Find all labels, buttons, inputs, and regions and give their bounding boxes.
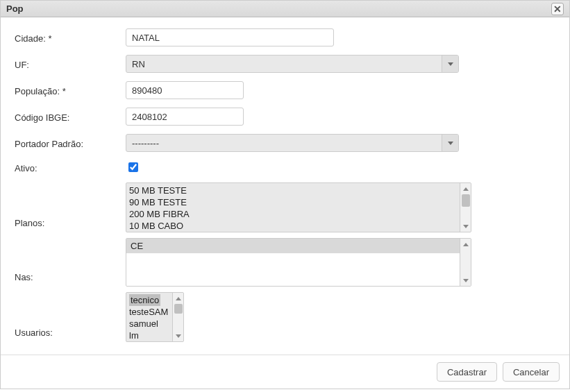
scroll-up-button[interactable] xyxy=(460,239,471,250)
row-planos: Planos: 50 MB TESTE 90 MB TESTE 200 MB F… xyxy=(15,182,555,232)
scroll-down-button[interactable] xyxy=(460,275,471,286)
uf-dropdown-button[interactable] xyxy=(442,56,458,72)
label-portador-padrao: Portador Padrão: xyxy=(15,137,126,149)
list-item[interactable]: 10 MB CABO xyxy=(129,220,468,232)
list-item[interactable]: 50 MB TESTE xyxy=(129,185,468,196)
nas-listbox[interactable]: CE xyxy=(126,238,471,287)
scroll-down-button[interactable] xyxy=(173,330,183,341)
row-nas: Nas: CE xyxy=(15,238,555,287)
row-cidade: Cidade: * xyxy=(15,28,555,46)
chevron-down-icon xyxy=(463,225,469,228)
portador-padrao-select[interactable]: --------- xyxy=(126,134,459,152)
dialog-body: Cidade: * UF: RN População: * xyxy=(1,17,569,355)
scroll-up-button[interactable] xyxy=(460,183,471,194)
row-populacao: População: * xyxy=(15,81,555,99)
chevron-down-icon xyxy=(176,334,181,338)
label-planos: Planos: xyxy=(15,216,126,232)
chevron-down-icon xyxy=(463,279,469,282)
label-populacao: População: * xyxy=(15,84,126,96)
chevron-up-icon xyxy=(463,243,469,246)
label-usuarios: Usuarios: xyxy=(15,325,126,342)
usuarios-scrollbar[interactable] xyxy=(172,293,183,341)
usuarios-listbox[interactable]: tecnico testeSAM samuel lm xyxy=(126,292,184,342)
close-icon: ✕ xyxy=(553,4,562,14)
row-uf: UF: RN xyxy=(15,55,555,73)
row-portador-padrao: Portador Padrão: --------- xyxy=(15,134,555,152)
scroll-up-button[interactable] xyxy=(173,293,183,304)
planos-scrollbar[interactable] xyxy=(460,183,471,232)
planos-listbox[interactable]: 50 MB TESTE 90 MB TESTE 200 MB FIBRA 10 … xyxy=(126,182,471,232)
populacao-input[interactable] xyxy=(126,81,244,99)
codigo-ibge-input[interactable] xyxy=(126,108,244,126)
cidade-input[interactable] xyxy=(126,28,334,46)
dialog-footer: Cadastrar Cancelar xyxy=(1,355,569,389)
uf-value: RN xyxy=(132,59,145,69)
row-ativo: Ativo: xyxy=(15,160,555,174)
label-uf: UF: xyxy=(15,58,126,70)
portador-dropdown-button[interactable] xyxy=(442,135,458,151)
scroll-down-button[interactable] xyxy=(460,221,471,232)
cancelar-button[interactable]: Cancelar xyxy=(503,362,560,382)
scroll-thumb[interactable] xyxy=(462,194,470,207)
chevron-up-icon xyxy=(463,187,469,191)
pop-dialog: Pop ✕ Cidade: * UF: RN xyxy=(0,0,570,389)
label-ativo: Ativo: xyxy=(15,161,126,173)
label-codigo-ibge: Código IBGE: xyxy=(15,110,126,123)
row-codigo-ibge: Código IBGE: xyxy=(15,108,555,126)
row-usuarios: Usuarios: tecnico testeSAM samuel lm xyxy=(15,292,555,342)
close-button[interactable]: ✕ xyxy=(551,3,564,15)
list-item[interactable]: 200 MB FIBRA xyxy=(129,208,468,220)
list-item[interactable]: CE xyxy=(126,239,471,253)
nas-scrollbar[interactable] xyxy=(460,239,471,286)
dialog-titlebar: Pop ✕ xyxy=(1,1,569,17)
portador-padrao-value: --------- xyxy=(132,138,159,148)
label-nas: Nas: xyxy=(15,270,126,287)
list-item[interactable]: 90 MB TESTE xyxy=(129,196,468,208)
chevron-down-icon xyxy=(448,142,453,145)
chevron-up-icon xyxy=(176,297,181,300)
uf-select[interactable]: RN xyxy=(126,55,459,73)
list-item[interactable]: tecnico xyxy=(129,294,160,306)
chevron-down-icon xyxy=(448,62,453,66)
dialog-title: Pop xyxy=(6,3,24,14)
scroll-thumb[interactable] xyxy=(174,304,183,314)
ativo-checkbox[interactable] xyxy=(128,162,138,172)
label-cidade: Cidade: * xyxy=(15,31,126,44)
cadastrar-button[interactable]: Cadastrar xyxy=(437,362,497,382)
